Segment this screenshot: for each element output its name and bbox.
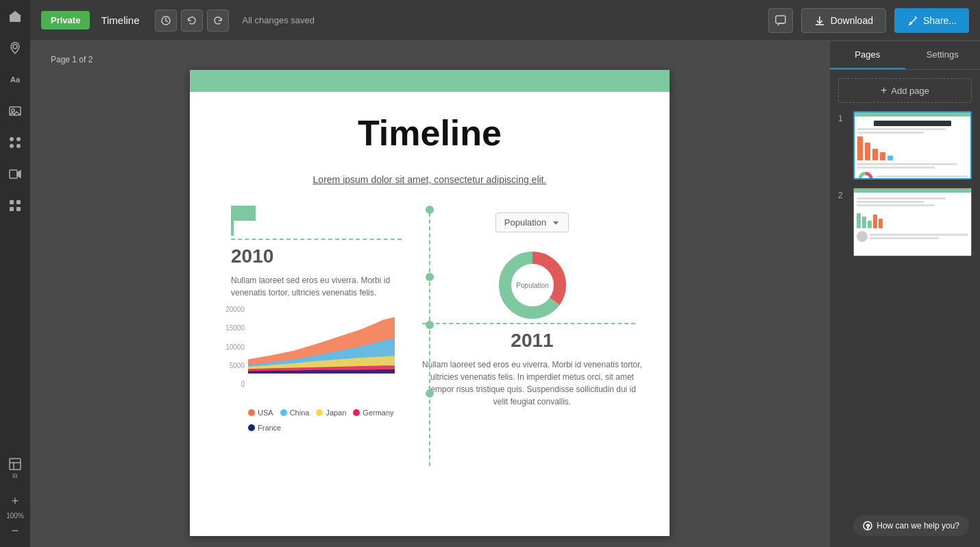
page-thumbnail-1[interactable]	[853, 111, 972, 180]
layout-label: ⊟	[12, 472, 18, 479]
components-icon[interactable]	[5, 133, 25, 152]
saved-status: All changes saved	[243, 15, 315, 25]
download-button[interactable]: Download	[801, 8, 886, 33]
legend-label-usa: USA	[258, 409, 273, 417]
legend-label-germany: Germany	[363, 409, 393, 417]
thumb-content-1	[855, 117, 970, 180]
svg-marker-25	[553, 221, 559, 225]
add-page-button[interactable]: + Add page	[838, 78, 972, 103]
text-icon[interactable]: Aa	[5, 70, 25, 89]
thumb-line-4	[857, 167, 935, 169]
doc-content: Timeline Lorem ipsum dolor sit amet, con…	[190, 92, 670, 494]
tab-settings[interactable]: Settings	[905, 41, 981, 69]
y-label-5000: 5000	[230, 362, 245, 369]
svg-point-2	[13, 45, 17, 49]
svg-rect-13	[10, 207, 14, 211]
zoom-controls: + 100% −	[5, 491, 25, 540]
pages-list: 1	[830, 111, 980, 256]
redo-button[interactable]	[207, 10, 229, 32]
page-thumbnail-2[interactable]	[853, 188, 972, 256]
timeline-right-2011: Population	[408, 206, 642, 466]
private-button[interactable]: Private	[41, 11, 90, 29]
thumb-chart-1	[857, 136, 968, 160]
y-label-20000: 20000	[225, 306, 245, 313]
help-label: How can we help you?	[877, 521, 959, 531]
timeline-section: 2010 Nullam laoreet sed eros eu viverra.…	[217, 206, 642, 466]
svg-point-5	[10, 137, 14, 141]
timeline-dot-4	[426, 389, 434, 398]
comment-button[interactable]	[768, 8, 793, 33]
apps-icon[interactable]	[5, 196, 25, 215]
add-icon: +	[881, 84, 887, 97]
population-dropdown[interactable]: Population	[495, 212, 569, 232]
main-area: Private Timeline All changes saved Downl…	[30, 0, 980, 547]
document-page: Timeline Lorem ipsum dolor sit amet, con…	[190, 70, 670, 536]
thumb-content-2	[854, 193, 971, 244]
legend-label-france: France	[258, 424, 281, 432]
svg-rect-0	[10, 15, 21, 22]
sidebar: Aa ⊟ + 100% −	[0, 0, 30, 547]
canvas-area[interactable]: Page 1 of 2 Timeline Lorem ipsum dolor s…	[30, 41, 829, 547]
undo-button[interactable]	[181, 10, 203, 32]
svg-rect-9	[10, 170, 17, 178]
svg-point-4	[12, 109, 14, 112]
zoom-plus-icon[interactable]: +	[5, 491, 25, 511]
image-icon[interactable]	[5, 101, 25, 121]
year-2010: 2010	[231, 245, 395, 267]
zoom-minus-icon[interactable]: −	[5, 521, 25, 540]
page-label: Page 1 of 2	[51, 55, 93, 64]
help-button[interactable]: ? How can we help you?	[853, 515, 969, 536]
history-icon[interactable]	[155, 10, 177, 32]
page-thumb-row-2: 2	[838, 188, 972, 256]
history-controls	[155, 10, 229, 32]
connector-2010	[217, 239, 395, 240]
chart-legend: USA China Japan	[248, 409, 395, 432]
svg-rect-14	[16, 207, 21, 211]
legend-china: China	[280, 409, 310, 417]
svg-rect-11	[10, 200, 14, 204]
legend-japan: Japan	[316, 409, 346, 417]
doc-subtitle: Lorem ipsum dolor sit amet, consectetur …	[217, 174, 642, 185]
right-panel: Pages Settings + Add page 1	[829, 41, 980, 547]
thumb-line-p2-2	[857, 201, 924, 203]
area-chart-section: 20000 15000 10000 5000 0	[217, 306, 395, 432]
doc-header-bar	[190, 70, 670, 92]
home-icon[interactable]	[5, 7, 25, 26]
donut-chart-svg: Population	[495, 247, 570, 323]
share-label: Share...	[923, 15, 957, 26]
download-label: Download	[831, 15, 873, 26]
thumb-line-p2-3	[857, 204, 935, 206]
legend-dot-china	[280, 409, 287, 416]
legend-label-japan: Japan	[326, 409, 346, 417]
location-icon[interactable]	[5, 38, 25, 58]
dropdown-label: Population	[504, 217, 546, 228]
area-chart-container: 20000 15000 10000 5000 0	[217, 306, 395, 402]
legend-dot-germany	[353, 409, 360, 416]
flag-shape	[234, 206, 256, 221]
svg-rect-15	[10, 459, 21, 470]
thumb-line-3	[857, 163, 957, 165]
tab-pages[interactable]: Pages	[830, 41, 905, 69]
document-title: Timeline	[101, 14, 139, 26]
timeline-line	[429, 206, 430, 466]
page-thumb-row-1: 1	[838, 111, 972, 180]
topbar: Private Timeline All changes saved Downl…	[30, 0, 980, 41]
share-button[interactable]: Share...	[894, 8, 969, 33]
thumb-line-p2-1	[857, 197, 946, 199]
page-num-2: 2	[838, 188, 848, 200]
svg-point-7	[10, 144, 14, 148]
y-label-15000: 15000	[225, 324, 245, 332]
thumb-line-1	[857, 128, 946, 130]
layout-button[interactable]: ⊟	[8, 457, 22, 479]
chart-y-labels: 20000 15000 10000 5000 0	[217, 306, 248, 388]
dropdown-container: Population	[422, 212, 642, 241]
svg-point-6	[16, 137, 21, 141]
y-label-0: 0	[241, 380, 245, 388]
svg-text:Population: Population	[516, 282, 548, 289]
legend-usa: USA	[248, 409, 273, 417]
svg-rect-19	[776, 16, 785, 23]
zoom-level: 100%	[6, 512, 24, 520]
video-icon[interactable]	[5, 165, 25, 184]
thumb-chart-p2	[857, 209, 968, 228]
legend-dot-usa	[248, 409, 255, 416]
